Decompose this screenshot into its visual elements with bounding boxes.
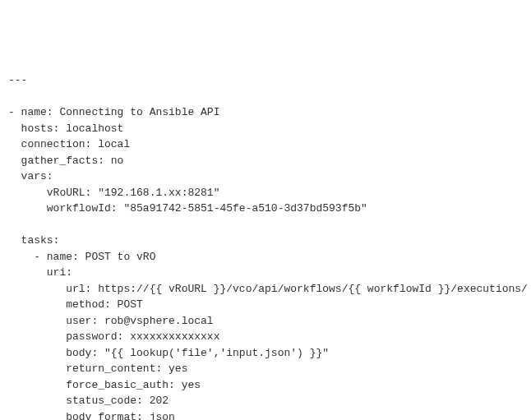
code-line: tasks: — [8, 234, 59, 247]
code-line: status_code: 202 — [8, 395, 169, 407]
code-line: password: xxxxxxxxxxxxxx — [8, 330, 219, 343]
code-line: - name: POST to vRO — [8, 251, 155, 263]
code-line: --- — [8, 74, 27, 86]
code-line: connection: local — [8, 138, 130, 150]
code-line: url: https://{{ vRoURL }}/vco/api/workfl… — [8, 283, 528, 295]
code-line: workflowId: "85a91742-5851-45fe-a510-3d3… — [8, 202, 367, 215]
code-line: - name: Connecting to Ansible API — [8, 106, 219, 118]
code-line: uri: — [8, 266, 72, 279]
ansible-playbook-code: --- - name: Connecting to Ansible API ho… — [8, 72, 523, 420]
code-line: vars: — [8, 170, 53, 182]
code-line: body: "{{ lookup('file','input.json') }}… — [8, 347, 329, 359]
code-line: user: rob@vsphere.local — [8, 315, 214, 327]
code-line: return_content: yes — [8, 362, 187, 375]
code-line: gather_facts: no — [8, 155, 123, 167]
code-line: method: POST — [8, 298, 143, 311]
code-line: vRoURL: "192.168.1.xx:8281" — [8, 187, 219, 199]
code-line: body_format: json — [8, 411, 175, 421]
code-line: force_basic_auth: yes — [8, 379, 201, 391]
code-line: hosts: localhost — [8, 122, 123, 135]
